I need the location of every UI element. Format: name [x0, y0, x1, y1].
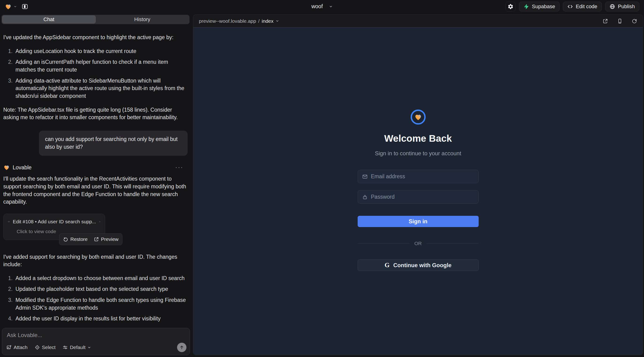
select-target-icon: [35, 345, 40, 350]
assistant-message-intro: I've updated the AppSidebar component to…: [3, 34, 188, 41]
preview-url-domain: preview--woof.lovable.app: [199, 18, 256, 24]
assistant-message-intro: I'll update the search functionality in …: [3, 175, 188, 206]
preview-button[interactable]: Preview: [94, 236, 119, 243]
attach-label: Attach: [14, 344, 28, 350]
email-field[interactable]: [371, 173, 474, 180]
lovable-logo-menu[interactable]: [5, 3, 17, 10]
publish-label: Publish: [618, 4, 635, 10]
page-title: Welcome Back: [384, 133, 452, 144]
open-in-new-tab-icon[interactable]: [602, 18, 608, 24]
divider-line: [358, 244, 410, 244]
top-bar: woof Supabase Edit code: [0, 0, 644, 13]
google-g-icon: G: [384, 262, 390, 269]
code-icon: [567, 4, 573, 10]
chat-messages[interactable]: I've updated the AppSidebar component to…: [0, 26, 191, 326]
tab-history[interactable]: History: [96, 16, 189, 24]
attach-button[interactable]: Attach: [6, 344, 28, 350]
publish-button[interactable]: Publish: [605, 2, 639, 12]
edit-code-button[interactable]: Edit code: [563, 2, 602, 12]
preview-app-frame: Welcome Back Sign in to continue to your…: [193, 27, 643, 355]
google-sign-in-button[interactable]: G Continue with Google: [358, 260, 479, 271]
preview-panel: preview--woof.lovable.app / index: [193, 14, 643, 355]
mode-label: Default: [70, 344, 86, 350]
or-divider: OR: [358, 241, 479, 246]
list-item: Added the user ID display in the results…: [14, 315, 188, 322]
edit-card-toolbar: Restore Preview: [59, 234, 122, 245]
refresh-icon[interactable]: [632, 18, 637, 24]
supabase-button[interactable]: Supabase: [519, 2, 560, 12]
restore-label: Restore: [70, 236, 88, 243]
chevron-down-icon: [276, 19, 279, 23]
external-link-icon: [94, 237, 99, 242]
list-item: Adding useLocation hook to track the cur…: [14, 48, 188, 55]
sidebar-toggle-button[interactable]: [20, 2, 30, 11]
lovable-heart-icon: [5, 3, 12, 10]
user-message-bubble: can you add support for searching not on…: [39, 131, 188, 156]
app-heart-icon: [414, 113, 422, 121]
or-label: OR: [414, 241, 422, 246]
tab-chat[interactable]: Chat: [2, 16, 96, 24]
list-item: Adding data-active attribute to SidebarM…: [14, 77, 188, 100]
chevron-down-icon: [14, 5, 17, 8]
mobile-view-icon[interactable]: [617, 18, 623, 24]
code-icon: [8, 218, 10, 225]
gear-icon: [508, 4, 514, 10]
project-chevron-down-icon[interactable]: [329, 5, 332, 8]
sliders-icon: [62, 345, 68, 350]
select-label: Select: [42, 344, 56, 350]
sidebar-toggle-icon: [21, 3, 28, 10]
supabase-icon: [524, 4, 529, 10]
google-button-label: Continue with Google: [393, 262, 452, 268]
page-subtitle: Sign in to continue to your account: [375, 150, 461, 157]
list-item: Adding an isCurrentPath helper function …: [14, 58, 188, 74]
email-field-wrapper: [358, 170, 479, 183]
send-button[interactable]: [177, 343, 186, 352]
list-item: Added a select dropdown to choose betwee…: [14, 274, 188, 282]
restore-icon: [63, 237, 68, 242]
chat-composer[interactable]: Attach Select: [2, 328, 190, 355]
chevron-down-icon: [88, 346, 91, 349]
sign-in-card: Welcome Back Sign in to continue to your…: [358, 110, 479, 355]
edit-card-wrapper: Edit #108 • Add user ID search supp... C…: [3, 214, 188, 240]
divider-line: [426, 244, 478, 244]
app-logo: [411, 110, 426, 124]
list-item: Updated the placeholder text based on th…: [14, 285, 188, 293]
password-field-wrapper: [358, 190, 479, 204]
assistant-message-header: Lovable ···: [3, 164, 188, 172]
sign-in-button[interactable]: Sign in: [358, 216, 479, 227]
restore-button[interactable]: Restore: [63, 236, 88, 243]
mail-icon: [362, 174, 368, 180]
assistant-message-list: Added a select dropdown to choose betwee…: [3, 274, 188, 322]
edit-card-title: Edit #108 • Add user ID search supp...: [13, 218, 96, 225]
assistant-message-body: I've added support for searching by both…: [3, 253, 188, 268]
preview-label: Preview: [101, 236, 119, 243]
lock-icon: [362, 194, 368, 200]
tab-chat-label: Chat: [44, 16, 54, 22]
project-title: woof: [312, 3, 323, 10]
globe-icon: [610, 4, 615, 10]
preview-url-separator: /: [258, 18, 260, 24]
list-item: Modified the Edge Function to handle bot…: [14, 296, 188, 312]
message-menu-button[interactable]: ···: [175, 166, 184, 169]
preview-header: preview--woof.lovable.app / index: [193, 15, 643, 27]
supabase-label: Supabase: [532, 4, 555, 10]
assistant-message-note: Note: The AppSidebar.tsx file is getting…: [3, 106, 188, 121]
chat-panel: Chat History I've updated the AppSidebar…: [0, 13, 191, 357]
password-field[interactable]: [371, 194, 474, 200]
assistant-message-list: Adding useLocation hook to track the cur…: [3, 48, 188, 100]
lovable-heart-icon: [3, 164, 10, 171]
select-button[interactable]: Select: [35, 344, 56, 350]
mode-selector[interactable]: Default: [62, 344, 91, 350]
attach-image-icon: [6, 345, 12, 350]
preview-url-page: index: [262, 18, 274, 24]
chat-input[interactable]: [7, 332, 185, 341]
composer-toolbar: Attach Select: [6, 343, 186, 352]
preview-url-selector[interactable]: preview--woof.lovable.app / index: [199, 18, 279, 24]
edit-code-label: Edit code: [576, 4, 597, 10]
settings-button[interactable]: [506, 2, 516, 12]
chevron-right-icon: [99, 219, 100, 224]
chat-history-tabs: Chat History: [2, 15, 190, 24]
assistant-name: Lovable: [13, 164, 32, 172]
send-arrow-icon: [179, 345, 184, 350]
tab-history-label: History: [134, 16, 150, 22]
